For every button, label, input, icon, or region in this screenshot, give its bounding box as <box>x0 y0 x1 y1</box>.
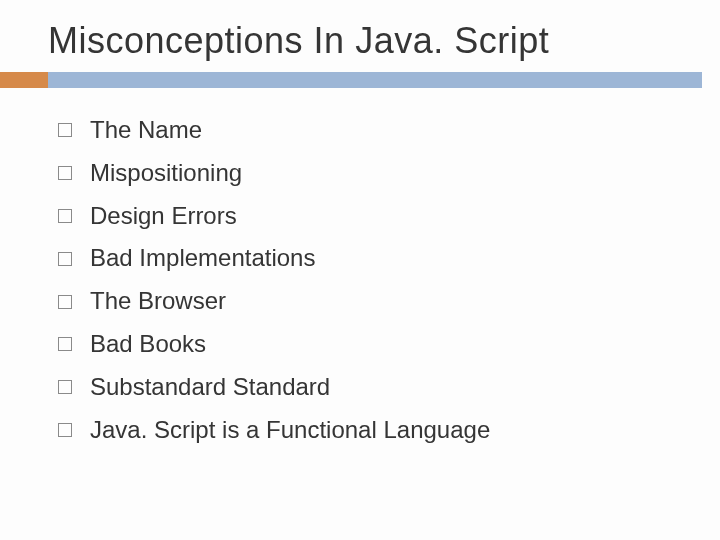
square-bullet-icon <box>58 337 72 351</box>
list-item: The Name <box>58 116 720 145</box>
list-item-label: Java. Script is a Functional Language <box>90 416 490 445</box>
list-item: The Browser <box>58 287 720 316</box>
list-item-label: The Name <box>90 116 202 145</box>
list-item-label: Bad Implementations <box>90 244 315 273</box>
square-bullet-icon <box>58 295 72 309</box>
bullet-list: The Name Mispositioning Design Errors Ba… <box>58 116 720 444</box>
accent-block <box>0 72 48 88</box>
list-item: Design Errors <box>58 202 720 231</box>
list-item: Java. Script is a Functional Language <box>58 416 720 445</box>
list-item: Bad Implementations <box>58 244 720 273</box>
square-bullet-icon <box>58 380 72 394</box>
list-item-label: Mispositioning <box>90 159 242 188</box>
square-bullet-icon <box>58 209 72 223</box>
horizontal-bar <box>48 72 702 88</box>
square-bullet-icon <box>58 423 72 437</box>
list-item: Substandard Standard <box>58 373 720 402</box>
square-bullet-icon <box>58 166 72 180</box>
square-bullet-icon <box>58 123 72 137</box>
list-item: Mispositioning <box>58 159 720 188</box>
square-bullet-icon <box>58 252 72 266</box>
list-item: Bad Books <box>58 330 720 359</box>
list-item-label: Bad Books <box>90 330 206 359</box>
list-item-label: The Browser <box>90 287 226 316</box>
list-item-label: Substandard Standard <box>90 373 330 402</box>
title-rule <box>0 72 720 88</box>
list-item-label: Design Errors <box>90 202 237 231</box>
slide: Misconceptions In Java. Script The Name … <box>0 0 720 540</box>
slide-title: Misconceptions In Java. Script <box>48 20 720 62</box>
